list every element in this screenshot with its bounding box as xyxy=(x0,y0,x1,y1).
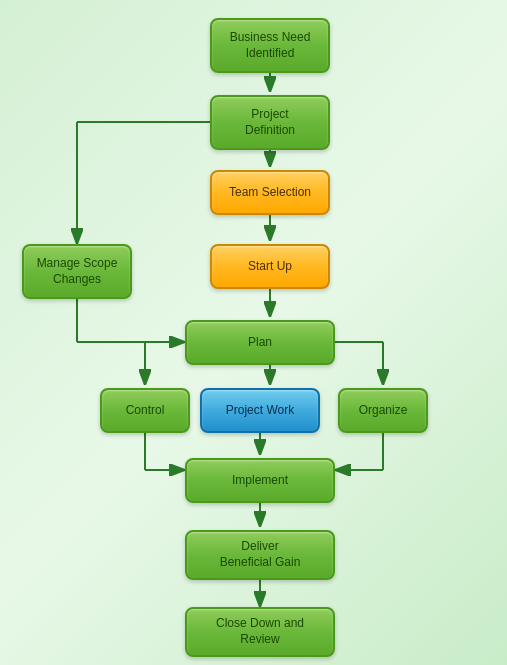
business-need-label: Business NeedIdentified xyxy=(230,30,311,61)
team-selection-label: Team Selection xyxy=(229,185,311,201)
project-work-box: Project Work xyxy=(200,388,320,433)
start-up-label: Start Up xyxy=(248,259,292,275)
organize-box: Organize xyxy=(338,388,428,433)
project-definition-label: ProjectDefinition xyxy=(245,107,295,138)
control-box: Control xyxy=(100,388,190,433)
control-label: Control xyxy=(126,403,165,419)
implement-box: Implement xyxy=(185,458,335,503)
deliver-label: DeliverBeneficial Gain xyxy=(220,539,301,570)
manage-scope-label: Manage ScopeChanges xyxy=(37,256,118,287)
project-definition-box: ProjectDefinition xyxy=(210,95,330,150)
project-work-label: Project Work xyxy=(226,403,294,419)
business-need-box: Business NeedIdentified xyxy=(210,18,330,73)
plan-label: Plan xyxy=(248,335,272,351)
organize-label: Organize xyxy=(359,403,408,419)
team-selection-box: Team Selection xyxy=(210,170,330,215)
close-down-label: Close Down andReview xyxy=(216,616,304,647)
close-down-box: Close Down andReview xyxy=(185,607,335,657)
diagram: Business NeedIdentified ProjectDefinitio… xyxy=(0,0,507,665)
implement-label: Implement xyxy=(232,473,288,489)
start-up-box: Start Up xyxy=(210,244,330,289)
plan-box: Plan xyxy=(185,320,335,365)
manage-scope-box: Manage ScopeChanges xyxy=(22,244,132,299)
deliver-box: DeliverBeneficial Gain xyxy=(185,530,335,580)
